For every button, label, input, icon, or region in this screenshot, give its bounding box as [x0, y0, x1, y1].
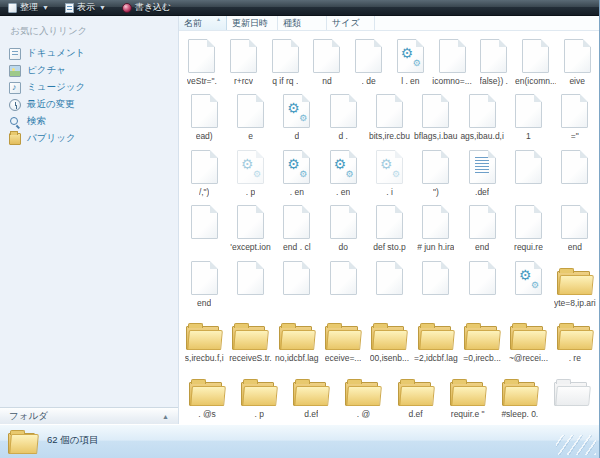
sidebar-item-documents[interactable]: ドキュメント	[0, 45, 178, 62]
folder-icon	[464, 322, 500, 350]
folder-item[interactable]: yte=8,ip.ari	[552, 255, 598, 311]
file-item[interactable]: ead)	[181, 89, 227, 145]
file-item[interactable]: # jun h.ira	[413, 200, 459, 256]
file-item[interactable]	[505, 144, 551, 200]
folder-item[interactable]: #sleep. 0.	[494, 366, 546, 422]
folder-icon	[241, 378, 277, 406]
favorite-links-header: お気に入りリンク	[0, 16, 178, 45]
folder-item[interactable]	[546, 366, 598, 422]
file-item[interactable]: ")	[413, 144, 459, 200]
file-name: false}) .	[480, 76, 508, 86]
folder-item[interactable]: d.ef	[390, 366, 442, 422]
item-count: 62 個の項目	[47, 434, 98, 447]
file-item[interactable]: ags,ibau.d,i	[459, 89, 505, 145]
organize-button[interactable]: 整理 ▼	[5, 1, 52, 14]
views-button[interactable]: 表示 ▼	[62, 1, 109, 14]
file-item[interactable]	[227, 255, 273, 311]
folder-item[interactable]: =0,irecb...	[459, 311, 505, 367]
file-item[interactable]: requi.re	[505, 200, 551, 256]
folder-item[interactable]: no,idcbf.lag	[274, 311, 320, 367]
folder-item[interactable]: receiveS.tr.	[227, 311, 273, 367]
column-header-type[interactable]: 種類	[278, 16, 327, 30]
column-header-size[interactable]: サイズ	[327, 16, 375, 30]
file-item[interactable]: ⚙⚙d	[274, 89, 320, 145]
sidebar-item-recent-changes[interactable]: 最近の変更	[0, 96, 178, 113]
file-item[interactable]: false}) .	[473, 33, 515, 89]
doc-icon	[376, 261, 403, 295]
file-item[interactable]: . de	[348, 33, 390, 89]
sidebar-item-public[interactable]: パブリック	[0, 130, 178, 147]
folder-item[interactable]: . @	[337, 366, 389, 422]
folder-item[interactable]: . p	[233, 366, 285, 422]
file-item[interactable]: 'except.ion	[227, 200, 273, 256]
file-item[interactable]: ⚙⚙l . en	[390, 33, 432, 89]
folder-item[interactable]: ~@recei...	[505, 311, 551, 367]
folder-item[interactable]: . @s	[181, 366, 233, 422]
folders-band[interactable]: フォルダ ▲	[0, 407, 178, 424]
file-item[interactable]: en(icomn...	[515, 33, 557, 89]
file-item[interactable]: r+rcv	[223, 33, 265, 89]
file-item[interactable]: nd	[306, 33, 348, 89]
file-item[interactable]: icomno=...	[431, 33, 473, 89]
burn-button[interactable]: 書き込む	[119, 1, 174, 14]
doc-icon	[480, 39, 507, 73]
file-item[interactable]: eive	[556, 33, 598, 89]
folder-item[interactable]: =2,idcbf.lag	[413, 311, 459, 367]
doc-icon	[515, 94, 542, 128]
file-name: . de	[362, 76, 376, 86]
file-name: =0,irecb...	[463, 353, 501, 363]
file-item[interactable]	[366, 255, 412, 311]
sidebar-item-search[interactable]: 検索	[0, 113, 178, 130]
file-item[interactable]: bflags,i.bau	[413, 89, 459, 145]
folder-item[interactable]: s,irecbu.f,i	[181, 311, 227, 367]
folder-item[interactable]: 00,isenb...	[366, 311, 412, 367]
sidebar-item-label: 検索	[27, 115, 46, 128]
doc-icon	[561, 150, 588, 184]
file-item[interactable]: .def	[459, 144, 505, 200]
file-item[interactable]: /,")	[181, 144, 227, 200]
folder-item[interactable]: d.ef	[285, 366, 337, 422]
sidebar-item-pictures[interactable]: ピクチャ	[0, 62, 178, 79]
file-name: ="	[571, 131, 579, 141]
file-item[interactable]: end	[181, 255, 227, 311]
file-item[interactable]	[413, 255, 459, 311]
file-item[interactable]: end . cl	[274, 200, 320, 256]
resize-grip-icon[interactable]	[556, 435, 596, 455]
file-item[interactable]: ⚙⚙. en	[320, 144, 366, 200]
doc-icon	[515, 150, 542, 184]
file-item[interactable]: do	[320, 200, 366, 256]
doc-icon	[564, 39, 591, 73]
file-item[interactable]: ⚙⚙. i	[366, 144, 412, 200]
textdoc-icon	[469, 150, 496, 184]
file-item[interactable]: ⚙⚙. p	[227, 144, 273, 200]
file-item[interactable]: end	[552, 200, 598, 256]
public-folder-icon	[9, 133, 21, 145]
doc-icon	[422, 150, 449, 184]
folder-item[interactable]: . re	[552, 311, 598, 367]
file-item[interactable]: 1	[505, 89, 551, 145]
sidebar-item-label: パブリック	[27, 132, 76, 145]
burn-label: 書き込む	[135, 1, 171, 14]
file-item[interactable]	[320, 255, 366, 311]
sidebar-item-music[interactable]: ミュージック	[0, 79, 178, 96]
file-item[interactable]	[459, 255, 505, 311]
file-item[interactable]	[181, 200, 227, 256]
file-item[interactable]	[274, 255, 320, 311]
file-item[interactable]: q if rq .	[264, 33, 306, 89]
file-item[interactable]: bits,ire.cbu	[366, 89, 412, 145]
file-name: eive	[569, 76, 585, 86]
file-item[interactable]: ⚙⚙. en	[274, 144, 320, 200]
file-item[interactable]: d .	[320, 89, 366, 145]
file-item[interactable]: e	[227, 89, 273, 145]
folder-item[interactable]: requir.e "	[442, 366, 494, 422]
folder-item[interactable]: eceive=...	[320, 311, 366, 367]
file-item[interactable]: def sto.p	[366, 200, 412, 256]
folder-icon	[279, 322, 315, 350]
file-item[interactable]: veStr=".	[181, 33, 223, 89]
file-item[interactable]: ⚙⚙	[505, 255, 551, 311]
file-item[interactable]: end	[459, 200, 505, 256]
file-item[interactable]	[552, 144, 598, 200]
column-header-date-modified[interactable]: 更新日時	[227, 16, 278, 30]
column-header-name[interactable]: 名前 ▴	[179, 16, 227, 30]
file-item[interactable]: ="	[552, 89, 598, 145]
